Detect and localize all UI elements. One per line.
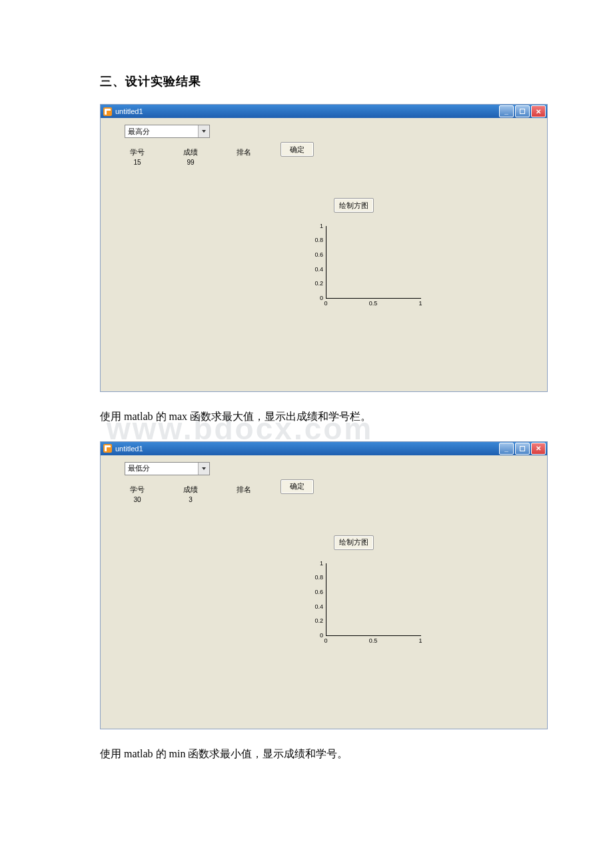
- matlab-icon: [103, 107, 112, 116]
- rank-label: 排名: [231, 147, 257, 157]
- dropdown-value: 最高分: [128, 127, 150, 137]
- id-label: 学号: [125, 147, 150, 157]
- ytick: 0.4: [314, 603, 323, 610]
- ytick: 0.2: [314, 280, 323, 287]
- ytick: 1: [320, 223, 323, 229]
- chevron-down-icon: [198, 463, 209, 475]
- caption-2: 使用 matlab 的 min 函数求最小值，显示成绩和学号。: [100, 745, 513, 763]
- ytick: 0: [320, 295, 323, 301]
- window-body: 最低分 学号 30 成绩 3 排名 确定 绘制方图: [101, 455, 547, 729]
- dropdown-value: 最低分: [128, 463, 150, 473]
- result-row: 学号 30 成绩 3 排名: [125, 485, 257, 503]
- titlebar: untitled1 _ ✕: [101, 105, 547, 118]
- section-title: 三、设计实验结果: [100, 73, 513, 89]
- id-value: 15: [125, 159, 150, 166]
- plot-area: [326, 226, 421, 299]
- close-button[interactable]: ✕: [531, 443, 546, 455]
- plot-area: [326, 563, 421, 636]
- stat-dropdown[interactable]: 最低分: [125, 462, 210, 475]
- ytick: 1: [320, 560, 323, 567]
- score-label: 成绩: [178, 485, 203, 495]
- score-label: 成绩: [178, 147, 203, 157]
- window-controls: _ ✕: [499, 105, 546, 117]
- window-title: untitled1: [115, 445, 499, 453]
- window-title: untitled1: [115, 107, 499, 115]
- maximize-button[interactable]: [515, 443, 530, 455]
- stat-dropdown[interactable]: 最高分: [125, 125, 210, 138]
- chart-axes: 1 0.8 0.6 0.4 0.2 0 0 0.5 1: [308, 562, 422, 642]
- window-controls: _ ✕: [499, 443, 546, 455]
- app-window-2: untitled1 _ ✕ 最低分 学号 30 成绩 3: [100, 441, 548, 729]
- ytick: 0.8: [314, 237, 323, 243]
- score-value: 3: [178, 496, 203, 503]
- plot-button[interactable]: 绘制方图: [334, 535, 374, 550]
- matlab-icon: [103, 444, 112, 453]
- id-label: 学号: [125, 485, 150, 495]
- ok-button[interactable]: 确定: [281, 479, 314, 494]
- ytick: 0.6: [314, 251, 323, 258]
- chart-axes: 1 0.8 0.6 0.4 0.2 0 0 0.5 1: [308, 225, 422, 305]
- score-value: 99: [178, 159, 203, 166]
- minimize-button[interactable]: _: [499, 443, 514, 455]
- result-row: 学号 15 成绩 99 排名: [125, 147, 257, 166]
- xtick: 0.5: [369, 300, 378, 307]
- xtick: 1: [418, 300, 422, 307]
- minimize-button[interactable]: _: [499, 105, 514, 117]
- xtick: 1: [418, 637, 422, 644]
- plot-button[interactable]: 绘制方图: [334, 198, 374, 213]
- id-value: 30: [125, 496, 150, 503]
- close-button[interactable]: ✕: [531, 105, 546, 117]
- app-window-1: untitled1 _ ✕ 最高分 学号 15 成绩 99: [100, 104, 548, 392]
- xtick: 0: [324, 637, 327, 644]
- titlebar: untitled1 _ ✕: [101, 442, 547, 455]
- chevron-down-icon: [198, 125, 209, 137]
- ok-button[interactable]: 确定: [281, 142, 314, 157]
- xtick: 0.5: [369, 637, 378, 644]
- ytick: 0: [320, 632, 323, 639]
- caption-1: 使用 matlab 的 max 函数求最大值，显示出成绩和学号栏。: [100, 408, 513, 425]
- xtick: 0: [324, 300, 327, 307]
- ytick: 0.2: [314, 617, 323, 624]
- ytick: 0.4: [314, 266, 323, 273]
- maximize-button[interactable]: [515, 105, 530, 117]
- ytick: 0.6: [314, 589, 323, 595]
- window-body: 最高分 学号 15 成绩 99 排名 确定 绘制方图: [101, 118, 547, 391]
- rank-label: 排名: [231, 485, 257, 495]
- ytick: 0.8: [314, 574, 323, 581]
